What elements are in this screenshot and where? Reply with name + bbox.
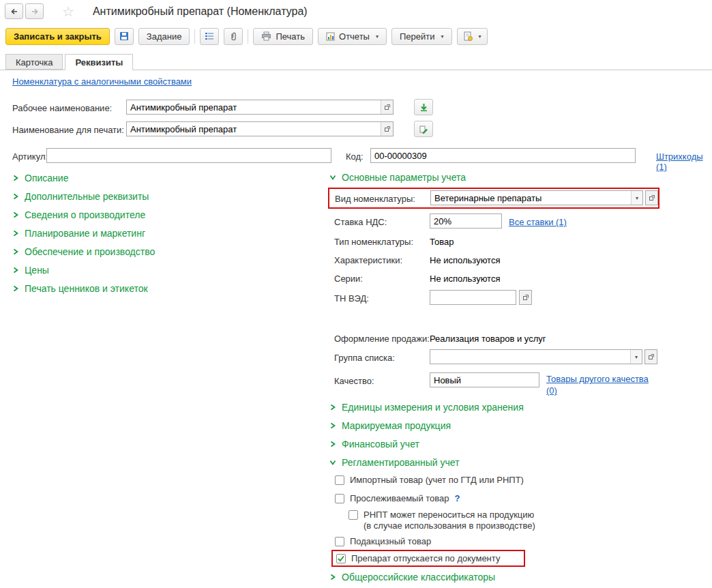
open-icon [522, 294, 529, 301]
working-name-open-button[interactable] [381, 100, 393, 114]
nomenclature-kind-highlight: Вид номенклатуры: Ветеринарные препараты… [328, 188, 659, 209]
section-main-accounting-params[interactable]: Основные параметры учета [329, 172, 466, 183]
code-input[interactable] [370, 148, 636, 163]
print-name-fieldwrap [126, 121, 394, 136]
nomenclature-type-label: Тип номенклатуры: [334, 237, 413, 247]
import-goods-checkbox-row[interactable]: Импортный товар (учет по ГТД или РНПТ) [335, 475, 524, 485]
vat-label: Ставка НДС: [334, 217, 387, 227]
rnpt-transfer-label-line1: РНПТ может переноситься на продукцию [364, 510, 535, 520]
edit-print-name-button[interactable] [414, 121, 433, 137]
attachments-button[interactable] [224, 28, 243, 45]
traceable-help-link[interactable]: ? [455, 493, 460, 503]
arrow-left-icon [10, 7, 19, 16]
checkbox-unchecked-icon[interactable] [348, 510, 358, 520]
tab-card[interactable]: Карточка [5, 54, 63, 70]
section-label: Единицы измерения и условия хранения [342, 402, 524, 413]
section-additional-requisites[interactable]: Дополнительные реквизиты [12, 191, 149, 202]
import-goods-label: Импортный товар (учет по ГТД или РНПТ) [350, 475, 524, 485]
chevron-right-icon [12, 211, 19, 218]
toolbar-separator [248, 29, 248, 44]
goto-button-label: Перейти [400, 31, 435, 42]
list-group-label: Группа списка: [334, 353, 395, 363]
task-button[interactable]: Задание [138, 28, 190, 45]
excise-goods-checkbox-row[interactable]: Подакцизный товар [335, 536, 431, 546]
checkbox-unchecked-icon[interactable] [335, 537, 344, 546]
nomenclature-kind-dropdown-button[interactable]: ▾ [631, 191, 642, 205]
section-labels-tags-print[interactable]: Печать ценников и этикеток [12, 283, 148, 294]
chevron-down-icon [329, 459, 336, 466]
tnved-open-button[interactable] [519, 290, 532, 305]
chevron-down-icon: ▾ [636, 195, 638, 201]
barcodes-link[interactable]: Штрихкоды (1) [656, 151, 712, 172]
reports-button-label: Отчеты [339, 31, 370, 42]
nomenclature-kind-combo[interactable]: Ветеринарные препараты ▾ [430, 190, 643, 205]
section-marked-products[interactable]: Маркируемая продукция [329, 420, 451, 431]
chevron-right-icon [12, 248, 19, 255]
section-regulated-accounting[interactable]: Регламентированный учет [329, 457, 460, 468]
section-supply-production[interactable]: Обеспечение и производство [12, 246, 155, 257]
toolbar-separator [194, 29, 195, 44]
list-group-open-button[interactable] [644, 349, 657, 364]
toolbar: Записать и закрыть Задание [5, 27, 488, 45]
copy-working-name-button[interactable] [414, 99, 433, 115]
section-financial-accounting[interactable]: Финансовый учет [329, 439, 419, 450]
back-button[interactable] [5, 3, 23, 19]
chevron-down-icon: ▾ [441, 33, 443, 40]
printer-icon [261, 31, 271, 41]
checkbox-checked-icon[interactable] [336, 554, 346, 563]
report-icon [326, 32, 335, 41]
series-value: Не используются [430, 274, 500, 284]
chevron-right-icon [12, 175, 19, 181]
chevron-down-icon: ▾ [479, 33, 481, 40]
traceable-goods-checkbox-row[interactable]: Прослеживаемый товар ? [335, 493, 460, 503]
quality-input[interactable] [430, 372, 539, 387]
checkbox-unchecked-icon[interactable] [335, 475, 344, 485]
save-and-close-button[interactable]: Записать и закрыть [5, 28, 110, 45]
green-pencil-icon [419, 125, 428, 134]
favorite-star-icon[interactable]: ☆ [62, 5, 74, 18]
section-units-storage[interactable]: Единицы измерения и условия хранения [329, 402, 524, 413]
nomenclature-type-value: Товар [430, 237, 454, 247]
list-button[interactable] [200, 28, 219, 45]
open-icon [649, 194, 655, 201]
similar-properties-link[interactable]: Номенклатура с аналогичными свойствами [12, 76, 192, 87]
section-description[interactable]: Описание [12, 173, 68, 183]
print-name-open-button[interactable] [381, 122, 393, 136]
list-group-dropdown-button[interactable]: ▾ [630, 350, 642, 364]
section-prices[interactable]: Цены [12, 265, 49, 276]
forward-button[interactable] [25, 3, 44, 19]
section-classifiers[interactable]: Общероссийские классификаторы [329, 572, 495, 583]
print-name-input[interactable] [126, 121, 394, 136]
save-button[interactable] [115, 28, 134, 45]
app-window: ☆ Антимикробный препарат (Номенклатура) … [0, 0, 712, 588]
article-input[interactable] [46, 148, 331, 163]
other-quality-link[interactable]: Товары другого качества (0) [546, 373, 650, 396]
vat-input[interactable] [430, 214, 502, 229]
chevron-right-icon [329, 422, 336, 429]
print-button[interactable]: Печать [253, 28, 313, 45]
checkbox-unchecked-icon[interactable] [335, 494, 344, 503]
goto-button[interactable]: Перейти ▾ [391, 28, 452, 45]
rnpt-transfer-label-line2: (в случае использования в производстве) [364, 520, 535, 531]
section-planning-marketing[interactable]: Планирование и маркетинг [12, 228, 145, 239]
check-icon [337, 555, 345, 563]
rnpt-transfer-checkbox-row[interactable]: РНПТ может переноситься на продукцию (в … [348, 510, 535, 531]
vat-fieldwrap [430, 214, 502, 229]
nomenclature-kind-open-button[interactable] [645, 190, 658, 205]
working-name-fieldwrap [126, 100, 394, 115]
working-name-input[interactable] [126, 100, 394, 115]
page-title: Антимикробный препарат (Номенклатура) [93, 5, 308, 18]
header-bar: ☆ Антимикробный препарат (Номенклатура) [5, 3, 308, 19]
more-actions-button[interactable]: ▾ [457, 28, 488, 45]
section-label: Общероссийские классификаторы [342, 572, 495, 583]
reports-button[interactable]: Отчеты ▾ [318, 28, 387, 45]
dispensed-by-document-checkbox-row[interactable]: Препарат отпускается по документу [333, 551, 524, 563]
tab-requisites[interactable]: Реквизиты [65, 54, 133, 70]
section-manufacturer-info[interactable]: Сведения о производителе [12, 209, 145, 220]
list-group-combo[interactable]: ▾ [430, 349, 642, 364]
all-rates-link[interactable]: Все ставки (1) [509, 217, 567, 227]
tnved-input[interactable] [430, 290, 516, 305]
chevron-right-icon [329, 574, 336, 580]
chevron-right-icon [329, 404, 336, 411]
tnved-fieldwrap [430, 290, 516, 305]
